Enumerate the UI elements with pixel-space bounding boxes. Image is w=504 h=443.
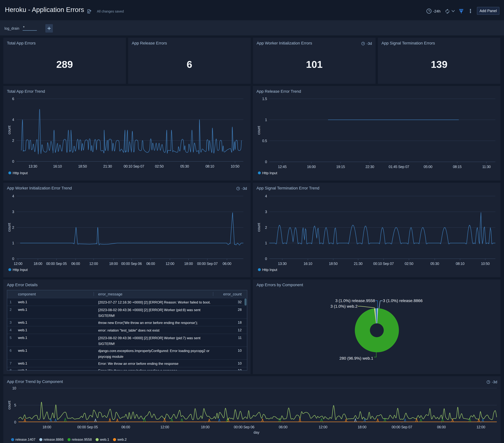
svg-text:280 (96.9%) web.1: 280 (96.9%) web.1 [339, 356, 373, 360]
svg-text:01:45 Sep 07: 01:45 Sep 07 [389, 165, 409, 169]
svg-text:3 (1.0%) release.9558: 3 (1.0%) release.9558 [335, 299, 375, 303]
svg-text:4: 4 [12, 194, 14, 198]
svg-text:06:00: 06:00 [71, 262, 80, 266]
svg-text:1.5: 1.5 [262, 97, 267, 101]
svg-text:0.5: 0.5 [262, 139, 267, 143]
svg-text:06:00: 06:00 [279, 425, 288, 429]
svg-text:00:00 Sep 06: 00:00 Sep 06 [121, 262, 142, 266]
svg-text:day: day [253, 430, 259, 434]
svg-text:18:50: 18:50 [78, 164, 87, 168]
svg-text:00:00 Sep 05: 00:00 Sep 05 [46, 262, 67, 266]
svg-text:4: 4 [12, 118, 14, 122]
svg-text:05:30: 05:30 [431, 262, 439, 266]
svg-text:18:00: 18:00 [109, 262, 118, 266]
svg-text:3: 3 [265, 210, 267, 214]
svg-text:1: 1 [265, 118, 267, 122]
svg-text:05:30: 05:30 [180, 164, 189, 168]
svg-text:18:00: 18:00 [358, 425, 366, 429]
svg-text:1: 1 [12, 241, 14, 245]
svg-text:2: 2 [12, 139, 14, 142]
svg-text:02:50: 02:50 [405, 262, 413, 266]
svg-text:11:30: 11:30 [482, 165, 491, 169]
svg-text:06:00: 06:00 [121, 425, 130, 429]
svg-text:18:50: 18:50 [329, 262, 338, 266]
svg-text:00:10 Sep 07: 00:10 Sep 07 [124, 164, 144, 168]
svg-text:Http Input: Http Input [13, 268, 28, 272]
svg-text:21:30: 21:30 [354, 262, 362, 266]
svg-text:1: 1 [265, 241, 267, 245]
svg-text:0: 0 [14, 420, 16, 424]
svg-text:3: 3 [12, 210, 14, 214]
svg-text:00:00 Sep 05: 00:00 Sep 05 [77, 425, 98, 429]
svg-text:13:30: 13:30 [278, 262, 287, 266]
svg-text:12:00: 12:00 [89, 262, 98, 266]
svg-text:18:00: 18:00 [34, 262, 42, 266]
svg-text:0: 0 [12, 257, 14, 261]
svg-text:6: 6 [12, 97, 14, 101]
svg-text:0: 0 [265, 257, 267, 261]
svg-text:16:10: 16:10 [304, 262, 312, 266]
svg-text:count: count [7, 401, 11, 409]
svg-text:Http Input: Http Input [262, 171, 277, 175]
svg-text:00:00 Sep 07: 00:00 Sep 07 [392, 425, 412, 429]
svg-text:08:10: 08:10 [456, 262, 464, 266]
svg-text:12:00: 12:00 [166, 262, 174, 266]
svg-text:06:00: 06:00 [223, 262, 231, 266]
svg-text:18:00: 18:00 [201, 425, 210, 429]
svg-text:08:10: 08:10 [205, 164, 214, 168]
svg-text:3 (1.0%) release.8866: 3 (1.0%) release.8866 [383, 299, 423, 303]
svg-text:count: count [257, 223, 261, 232]
svg-text:Http Input: Http Input [262, 268, 277, 272]
svg-text:18:00: 18:00 [42, 425, 51, 429]
svg-text:0: 0 [265, 160, 267, 164]
svg-text:12:00: 12:00 [161, 425, 169, 429]
svg-text:21:30: 21:30 [103, 164, 112, 168]
svg-text:00:10 Sep 07: 00:10 Sep 07 [373, 262, 394, 266]
svg-text:12:00: 12:00 [476, 425, 485, 429]
svg-text:10:50: 10:50 [231, 164, 239, 168]
svg-text:13:30: 13:30 [29, 164, 37, 168]
svg-text:06:00: 06:00 [146, 262, 155, 266]
svg-text:Http Input: Http Input [13, 171, 28, 175]
svg-text:12:00: 12:00 [319, 425, 327, 429]
svg-text:18:00: 18:00 [184, 262, 193, 266]
svg-text:count: count [7, 223, 11, 232]
svg-text:count: count [257, 126, 261, 135]
svg-text:5: 5 [14, 403, 16, 407]
svg-text:16:10: 16:10 [53, 164, 62, 168]
svg-text:4: 4 [265, 194, 267, 198]
svg-text:06:00: 06:00 [437, 425, 446, 429]
svg-text:10: 10 [12, 386, 16, 390]
svg-text:00:00 Sep 07: 00:00 Sep 07 [197, 262, 218, 266]
svg-text:22:30: 22:30 [365, 165, 374, 169]
svg-text:2: 2 [12, 226, 14, 230]
svg-text:19:15: 19:15 [336, 165, 345, 169]
svg-text:02:50: 02:50 [155, 164, 163, 168]
svg-text:12:00: 12:00 [14, 262, 22, 266]
svg-text:12:45: 12:45 [278, 165, 287, 169]
svg-text:3 (1.0%) web.2: 3 (1.0%) web.2 [330, 304, 358, 309]
svg-text:05:00: 05:00 [424, 165, 432, 169]
svg-text:00:00 Sep 06: 00:00 Sep 06 [234, 425, 254, 429]
svg-text:count: count [7, 125, 11, 134]
svg-text:0: 0 [12, 159, 14, 163]
svg-text:08:15: 08:15 [453, 165, 462, 169]
svg-text:2: 2 [265, 226, 267, 230]
svg-text:16:00: 16:00 [307, 165, 316, 169]
svg-text:10:50: 10:50 [481, 262, 490, 266]
